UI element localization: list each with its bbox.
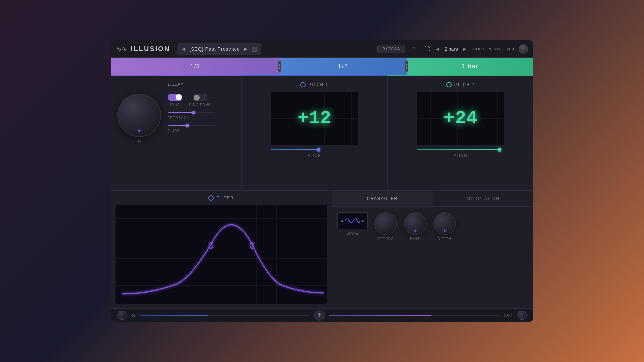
- pitch2-value: +24: [443, 108, 477, 129]
- transport-handle-1[interactable]: [278, 61, 281, 72]
- handle-line: [406, 64, 407, 66]
- stereo-knob[interactable]: [374, 212, 397, 235]
- logo-text: ILLUSION: [131, 45, 170, 53]
- glide-slider-track[interactable]: [168, 125, 215, 126]
- logo: ∿∿ ILLUSION: [116, 45, 170, 53]
- depth-knob-item: DEPTH: [433, 212, 456, 241]
- pitch2-display: +24: [417, 92, 504, 145]
- toggle-thumb: [176, 94, 182, 100]
- filter-title: FILTER: [216, 196, 234, 200]
- out-slider-fill: [329, 315, 431, 316]
- bottom-bar: IN OUT: [111, 308, 533, 322]
- delay-knob-area: TIME: [117, 94, 161, 143]
- time-label: TIME: [133, 139, 144, 143]
- feedback-label: FEEDBACK: [168, 116, 235, 120]
- wave-next-button[interactable]: ▶: [362, 219, 365, 223]
- delay-body: TIME SYNC: [117, 94, 235, 185]
- in-slider-fill: [140, 315, 208, 316]
- preset-next-button[interactable]: ▶: [243, 46, 249, 52]
- indicator-line: [387, 75, 533, 76]
- sync-toggle-item: SYNC: [168, 94, 182, 107]
- in-slider-track[interactable]: [140, 315, 310, 316]
- pitch2-title: PITCH 2: [454, 82, 475, 87]
- rate-label: RATE: [410, 237, 421, 241]
- preset-save-button[interactable]: ⬛: [251, 46, 257, 52]
- pitch1-label: PITCH: [308, 153, 321, 157]
- depth-label: DEPTH: [438, 237, 451, 241]
- wave-icon: [344, 216, 361, 225]
- mix-knob[interactable]: [519, 44, 528, 54]
- transport-handle-2[interactable]: [405, 61, 408, 72]
- out-slider-track[interactable]: [329, 315, 500, 316]
- preset-prev-button[interactable]: ◀: [181, 46, 186, 52]
- pitch1-value: +12: [298, 108, 331, 129]
- pitch2-slider-thumb: [498, 148, 501, 152]
- toggle-thumb: [194, 95, 200, 101]
- feedback-slider-track[interactable]: [168, 112, 215, 113]
- modulation-tab[interactable]: MODULATION: [433, 191, 534, 206]
- loop-label: LOOP LENGTH: [470, 47, 500, 51]
- delay-panel: DELAY TIME SYNC: [111, 77, 241, 190]
- filter-display: [115, 205, 327, 304]
- bottom-row: FILTER: [111, 191, 533, 308]
- loop-area: ◀ 2 bars ▶: [436, 46, 466, 52]
- pitch1-title: PITCH 1: [308, 82, 328, 87]
- expand-button[interactable]: ⛶: [423, 44, 432, 54]
- pitch1-slider-fill: [271, 149, 319, 150]
- filter-title-row: FILTER: [115, 195, 327, 201]
- filter-panel: FILTER: [111, 191, 332, 308]
- preset-area[interactable]: ◀ [SEQ] Past Presence ▶ ⬛: [177, 43, 261, 55]
- time-knob[interactable]: [117, 94, 161, 137]
- stereo-knob-item: STEREO: [374, 212, 397, 241]
- handle-line: [406, 67, 407, 69]
- out-knob[interactable]: [517, 311, 527, 320]
- mix-label: MIX: [507, 47, 515, 51]
- filter-power-icon[interactable]: [208, 195, 214, 201]
- character-tab[interactable]: CHARACTER: [332, 191, 433, 206]
- loop-prev-button[interactable]: ◀: [436, 47, 439, 51]
- pitch2-power-icon[interactable]: [446, 82, 452, 87]
- glide-label: GLIDE: [168, 129, 235, 133]
- depth-knob[interactable]: [433, 212, 456, 235]
- transport-value-2: 1/2: [338, 63, 348, 70]
- header-right: BYPASS ? ⛶ ◀ 2 bars ▶ LOOP LENGTH MIX: [377, 44, 528, 54]
- center-button[interactable]: [314, 310, 325, 321]
- pingpong-toggle[interactable]: [193, 94, 207, 101]
- pitch1-power-icon[interactable]: [300, 82, 306, 87]
- stereo-label: STEREO: [377, 237, 394, 241]
- glide-slider-fill: [168, 125, 187, 126]
- pitch1-title-row: PITCH 1: [300, 82, 328, 87]
- logo-icon: ∿∿: [116, 45, 127, 53]
- in-knob[interactable]: [117, 311, 127, 320]
- transport-section: 1/2 1/2 1 bar: [111, 58, 533, 75]
- pitch1-slider-area: [271, 149, 358, 150]
- pitch2-panel: PITCH 2 +24 PITCH: [388, 77, 534, 190]
- sync-toggle[interactable]: [168, 94, 182, 101]
- bypass-button[interactable]: BYPASS: [377, 45, 405, 53]
- loop-value: 2 bars: [441, 46, 461, 52]
- transport-bar-3[interactable]: 1 bar: [407, 58, 533, 75]
- wave-label: WAVE: [347, 232, 358, 235]
- pitch1-slider-track[interactable]: [271, 149, 358, 150]
- pitch2-slider-track[interactable]: [417, 149, 504, 150]
- handle-line: [279, 64, 280, 66]
- handle-line: [279, 67, 280, 69]
- indicator-line: [111, 75, 241, 76]
- top-row: DELAY TIME SYNC: [111, 77, 533, 191]
- transport-bar-1[interactable]: 1/2: [111, 58, 280, 75]
- char-mod-panel: CHARACTER MODULATION ◀ ▶ WAVE: [332, 191, 533, 308]
- help-button[interactable]: ?: [409, 44, 419, 54]
- pingpong-toggle-item: PING PONG: [189, 94, 211, 107]
- loop-next-button[interactable]: ▶: [463, 47, 466, 51]
- pingpong-label: PING PONG: [189, 103, 211, 107]
- wave-display: ◀ ▶: [337, 212, 368, 229]
- rate-knob-item: RATE: [404, 212, 427, 241]
- preset-name: [SEQ] Past Presence: [189, 46, 240, 52]
- feedback-slider-fill: [168, 112, 194, 113]
- rate-knob[interactable]: [404, 212, 427, 235]
- wave-prev-button[interactable]: ◀: [340, 219, 343, 223]
- transport-bar-2[interactable]: 1/2: [280, 58, 407, 75]
- delay-right: SYNC PING PONG: [168, 94, 235, 133]
- pitch1-slider-thumb: [317, 148, 320, 152]
- pitch2-slider-area: [417, 149, 504, 150]
